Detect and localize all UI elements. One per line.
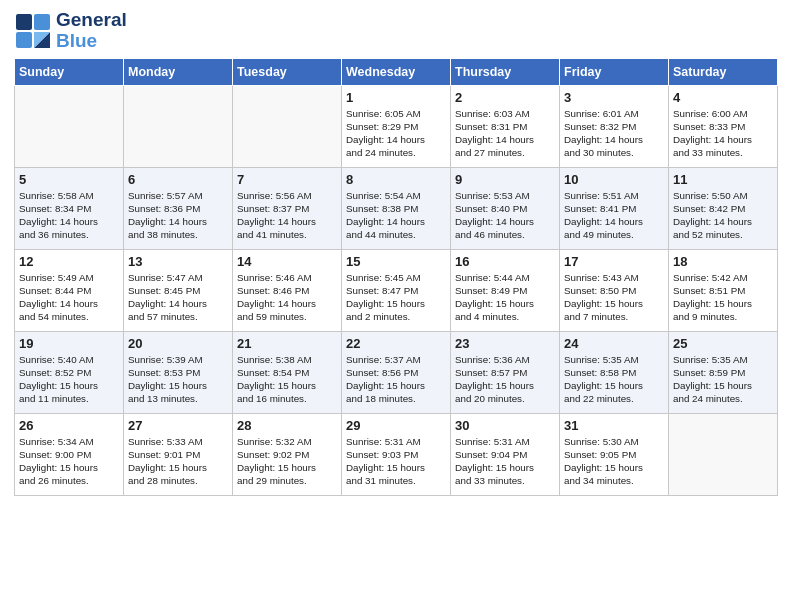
logo-icon [14,12,52,50]
calendar-cell: 13Sunrise: 5:47 AM Sunset: 8:45 PM Dayli… [124,249,233,331]
header-day: Sunday [15,58,124,85]
cell-info: Sunrise: 5:46 AM Sunset: 8:46 PM Dayligh… [237,271,337,324]
day-number: 12 [19,254,119,269]
day-number: 2 [455,90,555,105]
calendar-cell [669,413,778,495]
calendar-row: 19Sunrise: 5:40 AM Sunset: 8:52 PM Dayli… [15,331,778,413]
calendar-cell: 5Sunrise: 5:58 AM Sunset: 8:34 PM Daylig… [15,167,124,249]
day-number: 23 [455,336,555,351]
cell-info: Sunrise: 5:31 AM Sunset: 9:04 PM Dayligh… [455,435,555,488]
day-number: 17 [564,254,664,269]
day-number: 22 [346,336,446,351]
cell-info: Sunrise: 6:03 AM Sunset: 8:31 PM Dayligh… [455,107,555,160]
calendar-cell: 24Sunrise: 5:35 AM Sunset: 8:58 PM Dayli… [560,331,669,413]
calendar-cell: 11Sunrise: 5:50 AM Sunset: 8:42 PM Dayli… [669,167,778,249]
cell-info: Sunrise: 5:30 AM Sunset: 9:05 PM Dayligh… [564,435,664,488]
day-number: 9 [455,172,555,187]
day-number: 18 [673,254,773,269]
day-number: 16 [455,254,555,269]
cell-info: Sunrise: 5:35 AM Sunset: 8:59 PM Dayligh… [673,353,773,406]
calendar-cell: 4Sunrise: 6:00 AM Sunset: 8:33 PM Daylig… [669,85,778,167]
calendar-cell: 22Sunrise: 5:37 AM Sunset: 8:56 PM Dayli… [342,331,451,413]
calendar-cell: 9Sunrise: 5:53 AM Sunset: 8:40 PM Daylig… [451,167,560,249]
cell-info: Sunrise: 6:00 AM Sunset: 8:33 PM Dayligh… [673,107,773,160]
cell-info: Sunrise: 6:05 AM Sunset: 8:29 PM Dayligh… [346,107,446,160]
day-number: 20 [128,336,228,351]
cell-info: Sunrise: 5:50 AM Sunset: 8:42 PM Dayligh… [673,189,773,242]
calendar-cell: 1Sunrise: 6:05 AM Sunset: 8:29 PM Daylig… [342,85,451,167]
calendar-cell: 12Sunrise: 5:49 AM Sunset: 8:44 PM Dayli… [15,249,124,331]
calendar-cell: 27Sunrise: 5:33 AM Sunset: 9:01 PM Dayli… [124,413,233,495]
calendar-cell: 17Sunrise: 5:43 AM Sunset: 8:50 PM Dayli… [560,249,669,331]
header-day: Monday [124,58,233,85]
cell-info: Sunrise: 5:43 AM Sunset: 8:50 PM Dayligh… [564,271,664,324]
day-number: 13 [128,254,228,269]
calendar-cell: 21Sunrise: 5:38 AM Sunset: 8:54 PM Dayli… [233,331,342,413]
day-number: 1 [346,90,446,105]
calendar-cell [124,85,233,167]
calendar-cell [233,85,342,167]
calendar-cell: 19Sunrise: 5:40 AM Sunset: 8:52 PM Dayli… [15,331,124,413]
header-day: Saturday [669,58,778,85]
cell-info: Sunrise: 5:49 AM Sunset: 8:44 PM Dayligh… [19,271,119,324]
day-number: 21 [237,336,337,351]
calendar-cell: 6Sunrise: 5:57 AM Sunset: 8:36 PM Daylig… [124,167,233,249]
cell-info: Sunrise: 5:32 AM Sunset: 9:02 PM Dayligh… [237,435,337,488]
header-day: Tuesday [233,58,342,85]
day-number: 29 [346,418,446,433]
calendar-cell: 23Sunrise: 5:36 AM Sunset: 8:57 PM Dayli… [451,331,560,413]
cell-info: Sunrise: 5:36 AM Sunset: 8:57 PM Dayligh… [455,353,555,406]
cell-info: Sunrise: 5:44 AM Sunset: 8:49 PM Dayligh… [455,271,555,324]
cell-info: Sunrise: 5:33 AM Sunset: 9:01 PM Dayligh… [128,435,228,488]
header-day: Friday [560,58,669,85]
day-number: 30 [455,418,555,433]
calendar-cell: 3Sunrise: 6:01 AM Sunset: 8:32 PM Daylig… [560,85,669,167]
cell-info: Sunrise: 5:54 AM Sunset: 8:38 PM Dayligh… [346,189,446,242]
calendar-cell: 10Sunrise: 5:51 AM Sunset: 8:41 PM Dayli… [560,167,669,249]
day-number: 6 [128,172,228,187]
day-number: 3 [564,90,664,105]
day-number: 25 [673,336,773,351]
cell-info: Sunrise: 6:01 AM Sunset: 8:32 PM Dayligh… [564,107,664,160]
header-row: SundayMondayTuesdayWednesdayThursdayFrid… [15,58,778,85]
calendar-cell: 18Sunrise: 5:42 AM Sunset: 8:51 PM Dayli… [669,249,778,331]
day-number: 27 [128,418,228,433]
calendar-cell: 7Sunrise: 5:56 AM Sunset: 8:37 PM Daylig… [233,167,342,249]
logo-line2: Blue [56,31,127,52]
calendar-cell: 31Sunrise: 5:30 AM Sunset: 9:05 PM Dayli… [560,413,669,495]
cell-info: Sunrise: 5:42 AM Sunset: 8:51 PM Dayligh… [673,271,773,324]
calendar-row: 12Sunrise: 5:49 AM Sunset: 8:44 PM Dayli… [15,249,778,331]
calendar-cell: 26Sunrise: 5:34 AM Sunset: 9:00 PM Dayli… [15,413,124,495]
calendar-cell: 14Sunrise: 5:46 AM Sunset: 8:46 PM Dayli… [233,249,342,331]
calendar-cell: 29Sunrise: 5:31 AM Sunset: 9:03 PM Dayli… [342,413,451,495]
day-number: 14 [237,254,337,269]
day-number: 24 [564,336,664,351]
svg-rect-0 [16,14,32,30]
day-number: 15 [346,254,446,269]
day-number: 5 [19,172,119,187]
day-number: 11 [673,172,773,187]
cell-info: Sunrise: 5:53 AM Sunset: 8:40 PM Dayligh… [455,189,555,242]
header-day: Thursday [451,58,560,85]
calendar-row: 5Sunrise: 5:58 AM Sunset: 8:34 PM Daylig… [15,167,778,249]
cell-info: Sunrise: 5:56 AM Sunset: 8:37 PM Dayligh… [237,189,337,242]
cell-info: Sunrise: 5:35 AM Sunset: 8:58 PM Dayligh… [564,353,664,406]
cell-info: Sunrise: 5:38 AM Sunset: 8:54 PM Dayligh… [237,353,337,406]
cell-info: Sunrise: 5:40 AM Sunset: 8:52 PM Dayligh… [19,353,119,406]
cell-info: Sunrise: 5:45 AM Sunset: 8:47 PM Dayligh… [346,271,446,324]
cell-info: Sunrise: 5:37 AM Sunset: 8:56 PM Dayligh… [346,353,446,406]
cell-info: Sunrise: 5:47 AM Sunset: 8:45 PM Dayligh… [128,271,228,324]
day-number: 31 [564,418,664,433]
logo-line1: General [56,10,127,31]
svg-rect-2 [16,32,32,48]
cell-info: Sunrise: 5:57 AM Sunset: 8:36 PM Dayligh… [128,189,228,242]
day-number: 4 [673,90,773,105]
cell-info: Sunrise: 5:51 AM Sunset: 8:41 PM Dayligh… [564,189,664,242]
calendar-cell: 20Sunrise: 5:39 AM Sunset: 8:53 PM Dayli… [124,331,233,413]
cell-info: Sunrise: 5:34 AM Sunset: 9:00 PM Dayligh… [19,435,119,488]
day-number: 7 [237,172,337,187]
calendar-row: 26Sunrise: 5:34 AM Sunset: 9:00 PM Dayli… [15,413,778,495]
calendar-cell [15,85,124,167]
calendar-cell: 30Sunrise: 5:31 AM Sunset: 9:04 PM Dayli… [451,413,560,495]
calendar-cell: 2Sunrise: 6:03 AM Sunset: 8:31 PM Daylig… [451,85,560,167]
